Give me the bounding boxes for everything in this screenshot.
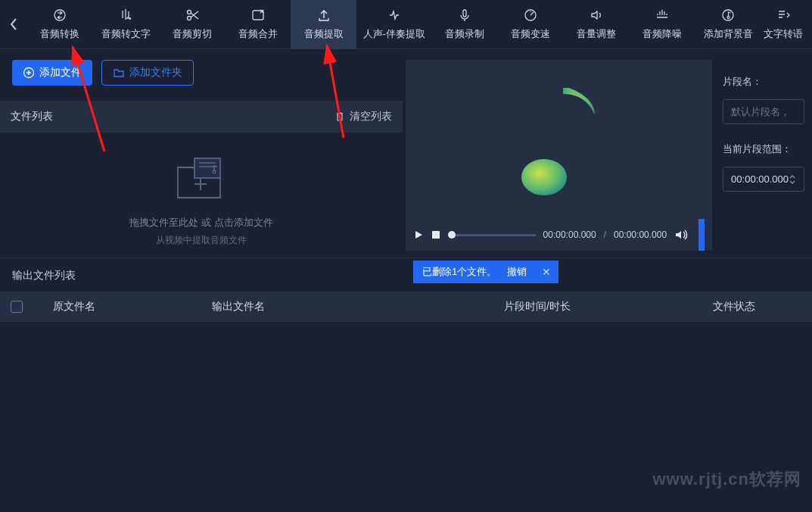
volume-icon	[589, 8, 604, 23]
tool-label: 人声-伴奏提取	[363, 27, 425, 41]
output-table-header: 原文件名 输出文件名 片段时间/时长 文件状态	[0, 292, 812, 322]
stepper-arrows-icon	[789, 174, 796, 185]
segment-name-input[interactable]	[723, 99, 804, 124]
merge-icon	[250, 8, 266, 23]
svg-point-1	[187, 11, 191, 14]
select-all-cell	[11, 301, 53, 313]
tool-noise-reduce[interactable]: 音频降噪	[630, 0, 695, 49]
tool-label: 文字转语	[764, 27, 803, 41]
preview-box: 00:00:00.000 / 00:00:00.000	[406, 60, 712, 251]
tool-audio-convert[interactable]: 音频转换	[27, 0, 93, 49]
svg-point-9	[521, 159, 567, 195]
preview-panel: 00:00:00.000 / 00:00:00.000 片段名： 当前片段范围：…	[403, 49, 812, 258]
audio-text-icon	[118, 8, 133, 23]
vocal-separate-icon	[387, 8, 402, 23]
player-bar: 00:00:00.000 / 00:00:00.000	[406, 219, 712, 251]
tool-vocal-separate[interactable]: 人声-伴奏提取	[356, 0, 431, 49]
extract-icon	[316, 8, 331, 23]
add-folder-button[interactable]: 添加文件夹	[101, 60, 194, 86]
back-button[interactable]	[6, 9, 21, 39]
mic-icon	[457, 8, 472, 23]
convert-icon	[52, 8, 67, 23]
tool-volume-adjust[interactable]: 音量调整	[563, 0, 629, 49]
col-file-status: 文件状态	[666, 300, 801, 314]
plus-circle-icon	[23, 67, 35, 79]
tool-text-to-speech[interactable]: 文字转语	[761, 0, 806, 49]
tool-label: 音频降噪	[642, 27, 682, 41]
tool-label: 音频转文字	[101, 27, 151, 41]
volume-button[interactable]	[674, 229, 688, 241]
file-list-header: 文件列表 清空列表	[0, 101, 403, 133]
time-total: 00:00:00.000	[614, 229, 667, 240]
tool-label: 音频转换	[40, 27, 79, 41]
clear-list-button[interactable]: 清空列表	[334, 110, 392, 123]
output-table-body	[0, 322, 812, 489]
tool-audio-to-text[interactable]: 音频转文字	[93, 0, 159, 49]
player-action-button[interactable]	[698, 219, 705, 251]
segment-side-panel: 片段名： 当前片段范围： 00:00:00.000	[723, 60, 804, 258]
segment-name-label: 片段名：	[723, 75, 804, 89]
button-row: 添加文件 添加文件夹	[12, 60, 390, 86]
output-section-title: 输出文件列表	[0, 258, 812, 292]
time-current: 00:00:00.000	[543, 229, 596, 240]
tool-audio-cut[interactable]: 音频剪切	[159, 0, 225, 49]
preview-placeholder	[406, 60, 712, 219]
trash-icon	[334, 111, 345, 122]
left-panel: 添加文件 添加文件夹 文件列表 清空列表 拖拽文件至此处 或 点击添加文件 从视…	[0, 49, 403, 258]
svg-rect-10	[432, 231, 440, 239]
delete-toast: 已删除1个文件。 撤销 ✕	[413, 261, 558, 283]
top-toolbar: 音频转换 音频转文字 音频剪切 音频合并 音频提取 人声-伴奏提取	[0, 0, 812, 49]
file-list-title: 文件列表	[11, 110, 53, 123]
dropzone-folder-icon	[172, 151, 231, 205]
toast-undo-button[interactable]: 撤销	[507, 265, 527, 279]
progress-knob[interactable]	[448, 231, 456, 239]
add-folder-label: 添加文件夹	[129, 66, 182, 80]
tool-label: 音频合并	[238, 27, 278, 41]
stop-button[interactable]	[431, 230, 440, 239]
toast-message: 已删除1个文件。	[422, 265, 496, 279]
col-output-name: 输出文件名	[212, 300, 409, 314]
folder-icon	[113, 67, 125, 79]
add-file-button[interactable]: 添加文件	[12, 60, 92, 86]
dropzone-line2: 从视频中提取音频文件	[12, 234, 390, 247]
tool-add-bgm[interactable]: 添加背景音	[695, 0, 761, 49]
bgm-icon	[720, 8, 736, 23]
segment-range-value: 00:00:00.000	[731, 173, 789, 185]
add-file-label: 添加文件	[39, 66, 82, 80]
music-note-icon	[510, 79, 608, 200]
scissors-icon	[185, 8, 200, 23]
tool-label: 音频剪切	[173, 27, 212, 41]
dropzone[interactable]: 拖拽文件至此处 或 点击添加文件 从视频中提取音频文件	[12, 133, 390, 247]
select-all-checkbox[interactable]	[11, 301, 23, 313]
col-segment-time: 片段时间/时长	[409, 300, 666, 314]
main-row: 添加文件 添加文件夹 文件列表 清空列表 拖拽文件至此处 或 点击添加文件 从视…	[0, 49, 812, 258]
noise-reduce-icon	[655, 8, 670, 23]
speed-icon	[523, 8, 538, 23]
tool-audio-extract[interactable]: 音频提取	[291, 0, 356, 49]
dropzone-line1: 拖拽文件至此处 或 点击添加文件	[12, 216, 390, 229]
progress-slider[interactable]	[448, 234, 536, 236]
tool-label: 音频提取	[304, 27, 344, 41]
svg-rect-4	[463, 10, 466, 17]
svg-point-2	[187, 17, 191, 20]
tool-label: 音频录制	[445, 27, 484, 41]
tool-label: 添加背景音	[704, 27, 753, 41]
tool-label: 音量调整	[577, 27, 616, 41]
play-button[interactable]	[413, 229, 424, 240]
svg-rect-8	[194, 158, 220, 178]
col-source-name: 原文件名	[53, 300, 212, 314]
clear-list-label: 清空列表	[350, 110, 392, 123]
tts-icon	[776, 8, 791, 23]
watermark: www.rjtj.cn软荐网	[652, 468, 801, 491]
tool-audio-speed[interactable]: 音频变速	[497, 0, 563, 49]
segment-range-label: 当前片段范围：	[723, 142, 804, 156]
tool-audio-record[interactable]: 音频录制	[431, 0, 497, 49]
time-separator: /	[604, 229, 606, 240]
toast-close-button[interactable]: ✕	[542, 266, 551, 278]
tool-audio-merge[interactable]: 音频合并	[225, 0, 291, 49]
segment-range-input[interactable]: 00:00:00.000	[723, 167, 804, 192]
tool-label: 音频变速	[511, 27, 550, 41]
